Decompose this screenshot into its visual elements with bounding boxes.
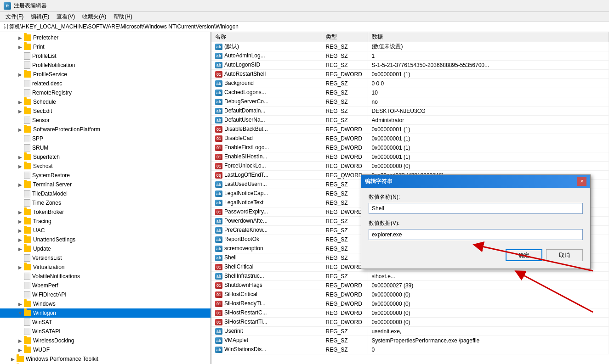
tree-item[interactable]: ProfileList [0,51,211,61]
tree-item[interactable]: ▶WUDF [0,345,211,354]
tree-item[interactable]: SRUM [0,143,211,152]
table-row[interactable]: 01DisableCadREG_DWORD0x00000001 (1) [211,134,609,143]
tree-item[interactable]: VersionsList [0,253,211,263]
tree-item[interactable]: ▶UnattendSettings [0,235,211,244]
tree-item[interactable]: ▶Prefetcher [0,33,211,42]
tree-item[interactable]: Sensor [0,116,211,125]
tree-expand-icon[interactable]: ▶ [17,100,24,105]
tree-item[interactable]: ▶SoftwareProtectionPlatform [0,125,211,134]
tree-expand-icon[interactable]: ▼ [17,311,24,316]
tree-item[interactable]: ▶WirelessDocking [0,336,211,345]
tree-item[interactable]: ▶Virtualization [0,263,211,272]
tree-expand-icon[interactable]: ▶ [17,338,24,343]
tree-item[interactable]: ▶ProfileService [0,70,211,79]
dialog-value-input[interactable] [369,229,583,240]
tree-item[interactable]: ▶Terminal Server [0,180,211,189]
tree-item[interactable]: WiFiDirectAPI [0,290,211,299]
table-row[interactable]: 01SiHostRestartTi...REG_DWORD0x00000000 … [211,318,609,327]
dialog-close-button[interactable]: × [577,177,586,186]
table-row[interactable]: 01EnableFirstLogo...REG_DWORD0x00000001 … [211,143,609,152]
reg-type-icon: 01 [215,154,222,160]
tree-expand-icon[interactable]: ▶ [17,237,24,242]
table-row[interactable]: 01SiHostRestartC...REG_DWORD0x00000000 (… [211,308,609,318]
tree-item[interactable]: ▶Update [0,244,211,253]
tree-item[interactable]: WinSATAPI [0,327,211,336]
cell-data: 0x00000001 (1) [368,152,609,162]
tree-item[interactable]: ProfileNotification [0,61,211,70]
tree-item[interactable]: ▶Svchost [0,162,211,171]
tree-item[interactable]: ▶SecEdit [0,106,211,116]
file-icon [24,328,30,335]
menu-favorites[interactable]: 收藏夹(A) [79,12,110,22]
tree-expand-icon[interactable]: ▶ [17,182,24,187]
table-row[interactable]: 01ForceUnlockLo...REG_DWORD0x00000000 (0… [211,162,609,171]
tree-item[interactable]: ▼Winlogon [0,308,211,318]
tree-expand-icon[interactable]: ▶ [17,127,24,132]
table-row[interactable]: abDefaultDomain...REG_SZDESKTOP-NJEU3CG [211,106,609,116]
tree-item[interactable]: ▶Superfetch [0,152,211,162]
tree-item[interactable]: WbemPerf [0,281,211,290]
folder-icon [24,347,31,353]
table-row[interactable]: abDefaultUserNa...REG_SZAdministrator [211,116,609,125]
cell-name: 01EnableFirstLogo... [211,143,322,152]
tree-expand-icon[interactable]: ▶ [17,45,24,50]
menu-file[interactable]: 文件(F) [2,12,27,22]
col-header-data: 数据 [368,32,609,42]
tree-item[interactable]: TileDataModel [0,189,211,198]
tree-item[interactable]: ▶Windows Performance Toolkit [0,354,211,364]
tree-expand-icon[interactable]: ▶ [17,246,24,252]
tree-item[interactable]: ▶UAC [0,226,211,235]
reg-type-icon: 0q [215,172,222,179]
tree-item[interactable]: ▶Windows [0,299,211,308]
file-icon [24,190,30,197]
tree-item[interactable]: SystemRestore [0,171,211,180]
table-row[interactable]: abVMAppletREG_SZSystemPropertiesPerforma… [211,336,609,345]
table-row[interactable]: abAutoAdminLog...REG_SZ1 [211,51,609,61]
tree-item[interactable]: VolatileNotifications [0,272,211,281]
tree-item[interactable]: Time Zones [0,198,211,207]
tree-expand-icon[interactable]: ▶ [17,35,24,40]
tree-item[interactable]: ▶Tracing [0,217,211,226]
table-row[interactable]: ab(默认)REG_SZ(数值未设置) [211,42,609,51]
tree-item[interactable]: ▶TokenBroker [0,207,211,217]
dialog-name-input[interactable] [369,203,583,214]
tree-item[interactable]: related.desc [0,79,211,88]
tree-expand-icon[interactable]: ▶ [17,265,24,270]
table-row[interactable]: abUserinitREG_SZuserinit.exe, [211,327,609,336]
table-row[interactable]: abAutoLogonSIDREG_SZS-1-5-21-3776154350-… [211,61,609,70]
tree-item[interactable]: SPP [0,134,211,143]
menu-edit[interactable]: 编辑(E) [27,12,53,22]
table-row[interactable]: 01ShutdownFlagsREG_DWORD0x00000027 (39) [211,281,609,290]
dialog-cancel-button[interactable]: 取消 [546,249,583,261]
table-row[interactable]: 01EnableSIHostIn...REG_DWORD0x00000001 (… [211,152,609,162]
table-row[interactable]: abBackgroundREG_SZ0 0 0 [211,79,609,88]
tree-item[interactable]: WinSAT [0,318,211,327]
file-icon [24,89,30,96]
table-row[interactable]: abWinStationsDis...REG_SZ0 [211,345,609,354]
tree-item-label: SPP [32,135,43,142]
tree-expand-icon[interactable]: ▶ [9,357,17,362]
table-row[interactable]: 01AutoRestartShellREG_DWORD0x00000001 (1… [211,70,609,79]
table-row[interactable]: 01DisableBackBut...REG_DWORD0x00000001 (… [211,125,609,134]
tree-item[interactable]: ▶Print [0,42,211,51]
tree-expand-icon[interactable]: ▶ [17,210,24,215]
cell-type: REG_DWORD [322,162,368,171]
tree-expand-icon[interactable]: ▶ [17,302,24,307]
tree-expand-icon[interactable]: ▶ [17,219,24,224]
tree-expand-icon[interactable]: ▶ [17,109,24,114]
table-row[interactable]: abDebugServerCo...REG_SZno [211,97,609,106]
table-row[interactable]: 01SiHostCriticalREG_DWORD0x00000000 (0) [211,290,609,299]
dialog-confirm-button[interactable]: 确定 [506,249,542,261]
tree-item[interactable]: ▶Schedule [0,97,211,106]
menu-view[interactable]: 查看(V) [53,12,79,22]
tree-expand-icon[interactable]: ▶ [17,72,24,77]
tree-expand-icon[interactable]: ▶ [17,228,24,233]
tree-expand-icon[interactable]: ▶ [17,155,24,160]
table-row[interactable]: 01SiHostReadyTi...REG_DWORD0x00000000 (0… [211,299,609,308]
menu-help[interactable]: 帮助(H) [110,12,136,22]
tree-item[interactable]: RemoteRegistry [0,88,211,97]
table-row[interactable]: abShellInfrastruc...REG_SZsihost.e... [211,272,609,281]
tree-expand-icon[interactable]: ▶ [17,164,24,169]
table-row[interactable]: abCachedLogons...REG_SZ10 [211,88,609,97]
tree-expand-icon[interactable]: ▶ [17,347,24,353]
